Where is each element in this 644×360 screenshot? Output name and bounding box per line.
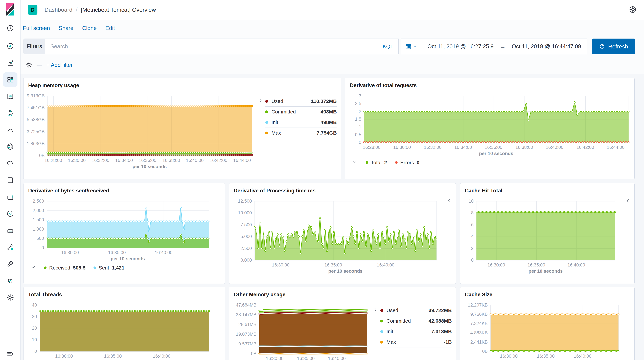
- x-axis-labels: 16:30:0016:35:0016:40:00: [476, 260, 615, 268]
- sidebar-item-uptime[interactable]: [0, 188, 20, 205]
- legend-value: 498MB: [320, 120, 337, 125]
- chart-plot[interactable]: [490, 305, 619, 352]
- legend-collapse-button[interactable]: [30, 264, 36, 271]
- x-axis-labels: 16:30:0016:35:0016:40:00: [259, 354, 367, 360]
- dashboard-toolbar: Full screen Share Clone Edit: [23, 21, 115, 35]
- add-filter-button[interactable]: + Add filter: [46, 62, 73, 68]
- legend-row-committed[interactable]: Committed498MB: [265, 106, 337, 117]
- help-button[interactable]: [629, 6, 636, 14]
- legend-label: Max: [386, 339, 396, 345]
- legend-label: Used: [272, 98, 283, 104]
- space-badge[interactable]: D: [28, 5, 38, 15]
- calendar-icon: [405, 43, 412, 50]
- y-axis-labels: 12.207KB9.766KB7.324KB4.883KB2.441KB0B: [465, 305, 490, 351]
- legend-collapse-button[interactable]: [258, 96, 265, 138]
- chart-plot[interactable]: [254, 201, 437, 260]
- apm-icon: [6, 176, 14, 184]
- chart-plot[interactable]: [259, 305, 367, 354]
- clock-icon: [6, 24, 14, 32]
- logs-icon: [6, 159, 14, 168]
- share-button[interactable]: Share: [58, 25, 73, 31]
- filter-options-button[interactable]: [25, 61, 32, 69]
- legend-item-sent[interactable]: Sent1,421: [94, 265, 124, 271]
- legend-row-init[interactable]: Init498MB: [265, 117, 337, 128]
- collapse-menu-icon: [6, 350, 14, 358]
- filters-button[interactable]: Filters: [24, 38, 45, 54]
- legend-label: Total: [371, 160, 382, 166]
- y-axis-labels: 403020100: [28, 305, 40, 351]
- legend-item-total[interactable]: Total2: [366, 160, 387, 166]
- chart-plot[interactable]: [40, 305, 209, 352]
- chevron-down-icon: [414, 45, 417, 48]
- sidebar-item-infrastructure[interactable]: [0, 138, 20, 155]
- full-screen-button[interactable]: Full screen: [23, 25, 50, 31]
- legend-item-errors[interactable]: Errors0: [395, 160, 419, 166]
- y-axis-labels: 1086420: [465, 201, 476, 260]
- date-range-start[interactable]: Oct 11, 2019 @ 16:27:25.9: [422, 43, 500, 50]
- kibana-logo[interactable]: [5, 3, 16, 16]
- sidebar-item-console[interactable]: [0, 256, 20, 272]
- panel-title: Derivative of Processing time ms: [234, 188, 451, 194]
- chart-plot[interactable]: [364, 96, 629, 143]
- sidebar-item-machine-learning[interactable]: [0, 122, 20, 138]
- sidebar-item-canvas[interactable]: [0, 88, 20, 105]
- date-picker-button[interactable]: [401, 39, 422, 54]
- legend-row-max[interactable]: Max7.754GB: [265, 128, 337, 138]
- legend-value: 110.372MB: [311, 98, 337, 104]
- infra-icon: [6, 143, 14, 151]
- panel-title: Derivative of total requests: [350, 82, 630, 88]
- panel-collapse-button[interactable]: [446, 198, 452, 204]
- edit-button[interactable]: Edit: [106, 25, 115, 31]
- chart-plot[interactable]: [476, 201, 615, 260]
- sidebar-item-logs[interactable]: [0, 155, 20, 172]
- sidebar-collapse-button[interactable]: [0, 350, 20, 358]
- sidebar-item-visualize[interactable]: [0, 54, 20, 71]
- legend-label: Errors: [400, 160, 414, 166]
- chevron-left-icon: [446, 198, 452, 203]
- sidebar-item-discover[interactable]: [0, 38, 20, 54]
- panel-title: Cache Hit Total: [465, 188, 630, 194]
- panel-title: Heap memory usage: [28, 82, 336, 88]
- clone-button[interactable]: Clone: [82, 25, 96, 31]
- legend-row-committed[interactable]: Committed42.688MB: [380, 316, 452, 326]
- breadcrumb-section[interactable]: Dashboard: [44, 6, 72, 13]
- kql-toggle[interactable]: KQL: [382, 43, 398, 50]
- legend-collapse-button[interactable]: [373, 305, 380, 348]
- legend-value: 2: [384, 160, 387, 166]
- sidebar-item-siem[interactable]: [0, 205, 20, 222]
- series-dot: [265, 100, 268, 103]
- chevron-left-icon: [625, 198, 630, 203]
- legend-row-init[interactable]: Init7.313MB: [380, 326, 452, 337]
- breadcrumb-separator: /: [76, 6, 78, 13]
- search-input[interactable]: [45, 43, 382, 50]
- sidebar-item-dev-tools[interactable]: [0, 222, 20, 239]
- sidebar-item-graph[interactable]: [0, 239, 20, 256]
- legend-row-used[interactable]: Used39.722MB: [380, 305, 452, 316]
- refresh-button[interactable]: Refresh: [592, 38, 635, 54]
- sidebar-item-dashboard[interactable]: [0, 71, 20, 88]
- legend-row-max[interactable]: Max-1B: [380, 337, 452, 348]
- x-axis-caption: per 10 seconds: [47, 256, 209, 261]
- sidebar-item-apm[interactable]: [0, 172, 20, 188]
- panel-total_threads: Total Threads40302010016:30:0016:35:0016…: [23, 287, 225, 360]
- chart-plot[interactable]: [47, 201, 209, 248]
- sidebar-item-recently-viewed[interactable]: [0, 20, 20, 36]
- panel-title: Derivative of bytes sent/received: [28, 188, 220, 194]
- dashboard-icon: [6, 76, 14, 84]
- panel-cache_hit_total: Cache Hit Total108642016:30:0016:35:0016…: [460, 183, 634, 284]
- sidebar-item-stack-monitoring[interactable]: [0, 272, 20, 289]
- series-dot: [265, 132, 268, 134]
- series-dot: [395, 161, 398, 164]
- legend-value: 42.688MB: [428, 318, 452, 324]
- sidebar-item-maps[interactable]: [0, 105, 20, 122]
- panel-collapse-button[interactable]: [625, 198, 630, 204]
- wrench-icon: [6, 260, 14, 268]
- date-range-end[interactable]: Oct 11, 2019 @ 16:44:47.09: [506, 43, 587, 50]
- legend-item-received[interactable]: Received505.5: [44, 265, 86, 271]
- legend-label: Max: [272, 130, 281, 136]
- query-bar: Filters KQL Oct 11, 2019 @ 16:27:25.9 → …: [24, 38, 635, 54]
- legend-collapse-button[interactable]: [352, 159, 358, 166]
- legend-row-used[interactable]: Used110.372MB: [265, 96, 337, 106]
- chart-plot[interactable]: [47, 96, 252, 156]
- sidebar-item-management[interactable]: [0, 289, 20, 306]
